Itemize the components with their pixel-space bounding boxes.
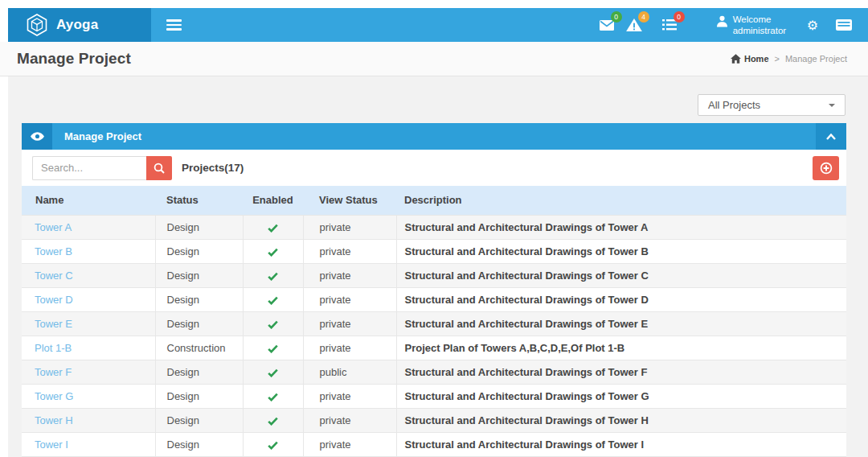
view-status-cell: private [303,336,396,360]
status-cell: Design [155,215,243,239]
project-table-body: Tower A Design private Structural and Ar… [22,215,846,456]
view-status-cell: private [303,408,396,432]
project-link[interactable]: Tower C [35,270,73,282]
description-cell: Structural and Architectural Drawings of… [396,384,846,408]
column-header-view-status[interactable]: View Status [303,186,396,215]
layout-icon[interactable] [836,19,852,31]
tasks-button[interactable]: 0 [661,16,678,34]
brand[interactable]: Ayoga [8,8,151,42]
table-row: Tower H Design private Structural and Ar… [22,408,846,432]
search-button[interactable] [146,156,172,180]
projects-table: Name Status Enabled View Status Descript… [22,186,846,457]
search-icon [154,163,165,174]
breadcrumb-home[interactable]: Home [731,54,769,64]
enabled-check-icon [243,432,303,456]
table-row: Plot 1-B Construction private Project Pl… [22,336,846,360]
column-header-enabled[interactable]: Enabled [243,186,303,215]
eye-icon [31,132,44,141]
table-row: Tower B Design private Structural and Ar… [22,239,846,263]
header-actions: 0 4 0 [598,8,868,42]
alerts-button[interactable]: 4 [625,16,643,34]
project-link[interactable]: Tower H [35,414,73,426]
view-status-cell: private [303,239,396,263]
add-project-button[interactable] [813,156,839,180]
panel-title: Manage Project [52,123,141,150]
enabled-check-icon [243,384,303,408]
enabled-check-icon [243,263,303,287]
table-row: Tower A Design private Structural and Ar… [22,215,846,239]
status-cell: Design [155,432,243,456]
description-cell: Structural and Architectural Drawings of… [396,408,846,432]
project-link[interactable]: Tower I [35,438,68,451]
collapse-button[interactable] [816,123,846,150]
user-menu[interactable]: Welcome administrator [717,14,789,37]
view-status-cell: private [303,432,396,456]
welcome-text: Welcome administrator [733,14,789,37]
project-link[interactable]: Tower G [35,390,73,402]
view-status-cell: private [303,263,396,287]
app-header: Ayoga 0 4 [8,8,868,42]
description-cell: Structural and Architectural Drawings of… [396,263,846,287]
description-cell: Structural and Architectural Drawings of… [396,311,846,336]
menu-toggle-button[interactable] [151,8,196,42]
status-cell: Design [155,239,243,263]
status-cell: Design [155,287,243,311]
mail-icon [600,20,614,31]
home-icon [731,54,741,64]
column-header-name[interactable]: Name [22,186,155,215]
enabled-check-icon [243,215,303,239]
enabled-check-icon [243,336,303,360]
page-content: All Projects Manage Project [8,76,868,457]
messages-badge: 0 [611,11,622,23]
description-cell: Structural and Architectural Drawings of… [396,287,846,311]
view-status-cell: private [303,215,396,239]
ayoga-logo-icon [27,14,47,36]
search-input[interactable] [32,156,146,180]
enabled-check-icon [243,239,303,263]
caret-down-icon [829,104,835,107]
status-cell: Design [155,360,243,384]
status-cell: Design [155,263,243,287]
messages-button[interactable]: 0 [598,16,616,34]
status-cell: Construction [155,336,243,360]
tasks-badge: 0 [674,11,685,23]
view-status-cell: private [303,287,396,311]
view-status-cell: private [303,384,396,408]
table-row: Tower C Design private Structural and Ar… [22,263,846,287]
projects-count: Projects(17) [182,162,244,174]
project-link[interactable]: Tower E [35,318,72,330]
column-header-status[interactable]: Status [155,186,243,215]
description-cell: Structural and Architectural Drawings of… [396,360,846,384]
description-cell: Structural and Architectural Drawings of… [396,239,846,263]
breadcrumb: Home > Manage Project [731,54,847,64]
column-header-description[interactable]: Description [396,186,846,215]
chevron-up-icon [826,134,836,140]
plus-circle-icon [820,162,833,175]
alerts-badge: 4 [638,11,649,23]
project-link[interactable]: Tower F [35,366,72,378]
enabled-check-icon [243,311,303,336]
page-title: Manage Project [17,50,131,68]
project-link[interactable]: Tower A [35,221,72,233]
status-cell: Design [155,408,243,432]
panel-header: Manage Project [22,123,846,150]
settings-gear-icon[interactable]: ⚙ [807,18,818,33]
enabled-check-icon [243,287,303,311]
project-link[interactable]: Plot 1-B [35,342,72,354]
brand-name: Ayoga [56,17,98,33]
breadcrumb-current: Manage Project [785,54,847,64]
status-cell: Design [155,311,243,336]
project-filter-select[interactable]: All Projects [698,94,845,116]
project-link[interactable]: Tower B [35,245,72,257]
status-cell: Design [155,384,243,408]
table-row: Tower G Design private Structural and Ar… [22,384,846,408]
table-row: Tower D Design private Structural and Ar… [22,287,846,311]
manage-project-panel: Manage Project Projects(17) [22,123,846,457]
visibility-eye-button[interactable] [22,123,52,150]
view-status-cell: private [303,311,396,336]
breadcrumb-separator: > [775,54,780,64]
table-row: Tower I Design private Structural and Ar… [22,432,846,456]
table-row: Tower E Design private Structural and Ar… [22,311,846,336]
project-link[interactable]: Tower D [35,294,73,306]
enabled-check-icon [243,360,303,384]
